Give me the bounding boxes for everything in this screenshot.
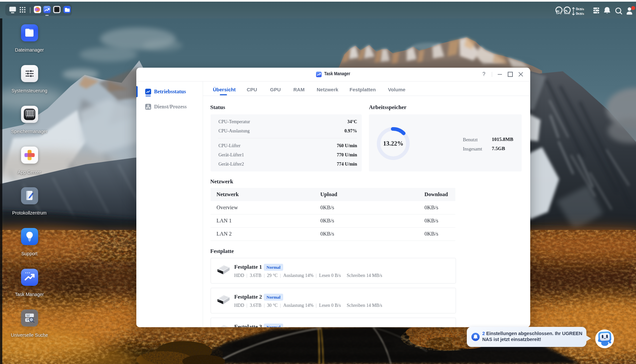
svg-text:CPU: CPU xyxy=(556,12,561,15)
svg-text:0KB/s: 0KB/s xyxy=(576,7,584,11)
svg-text:0KB/s: 0KB/s xyxy=(576,12,584,15)
svg-text:RAM: RAM xyxy=(564,12,570,15)
